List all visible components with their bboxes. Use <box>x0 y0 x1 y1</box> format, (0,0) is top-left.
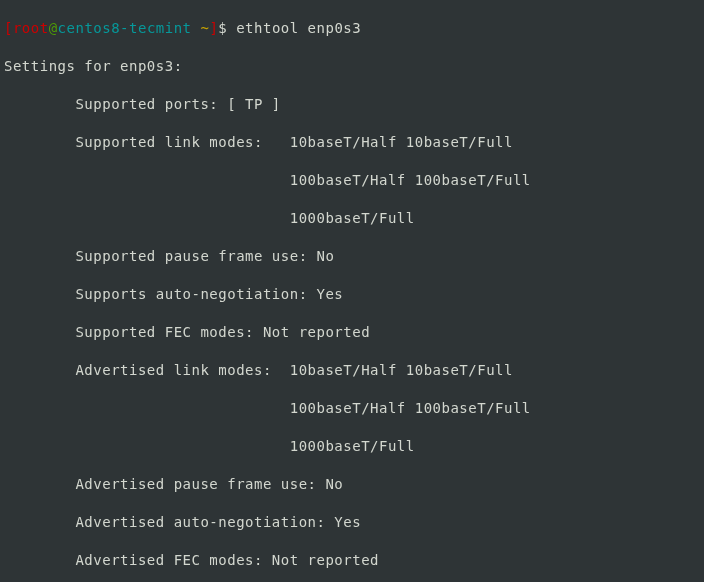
ethtool-out-08: Advertised link modes: 10baseT/Half 10ba… <box>4 361 700 380</box>
ethtool-out-01: Supported ports: [ TP ] <box>4 95 700 114</box>
command-ethtool: ethtool enp0s3 <box>236 20 361 36</box>
ethtool-out-10: 1000baseT/Full <box>4 437 700 456</box>
ethtool-out-00: Settings for enp0s3: <box>4 57 700 76</box>
ethtool-out-13: Advertised FEC modes: Not reported <box>4 551 700 570</box>
ethtool-out-04: 1000baseT/Full <box>4 209 700 228</box>
prompt-close: ] <box>209 20 218 36</box>
ethtool-out-02: Supported link modes: 10baseT/Half 10bas… <box>4 133 700 152</box>
prompt-user: root <box>13 20 49 36</box>
ethtool-out-06: Supports auto-negotiation: Yes <box>4 285 700 304</box>
ethtool-out-05: Supported pause frame use: No <box>4 247 700 266</box>
prompt-open: [ <box>4 20 13 36</box>
terminal[interactable]: [root@centos8-tecmint ~]$ ethtool enp0s3… <box>0 0 704 582</box>
prompt-line-1: [root@centos8-tecmint ~]$ ethtool enp0s3 <box>4 19 700 38</box>
ethtool-out-07: Supported FEC modes: Not reported <box>4 323 700 342</box>
ethtool-out-09: 100baseT/Half 100baseT/Full <box>4 399 700 418</box>
prompt-at: @ <box>49 20 58 36</box>
ethtool-out-03: 100baseT/Half 100baseT/Full <box>4 171 700 190</box>
ethtool-out-11: Advertised pause frame use: No <box>4 475 700 494</box>
prompt-dollar: $ <box>218 20 236 36</box>
prompt-host: centos8-tecmint <box>58 20 201 36</box>
ethtool-out-12: Advertised auto-negotiation: Yes <box>4 513 700 532</box>
